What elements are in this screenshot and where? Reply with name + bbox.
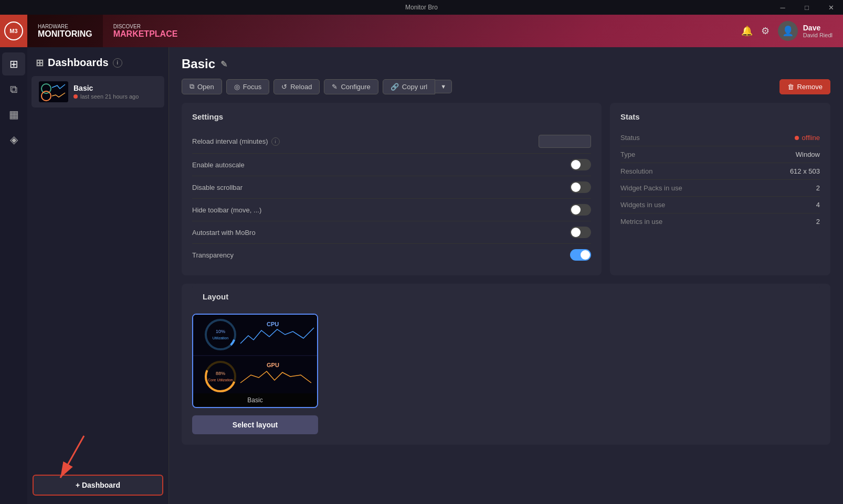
- stat-metrics: Metrics in use 2: [620, 213, 820, 230]
- notification-icon[interactable]: 🔔: [741, 25, 753, 37]
- scrollbar-toggle[interactable]: [570, 181, 591, 193]
- svg-text:10%: 10%: [216, 329, 225, 334]
- stat-resolution: Resolution 612 x 503: [620, 163, 820, 180]
- maximize-button[interactable]: □: [795, 0, 819, 15]
- hide-toolbar-toggle[interactable]: [570, 204, 591, 216]
- app-logo: M3: [0, 15, 27, 47]
- svg-text:88%: 88%: [216, 371, 225, 376]
- svg-text:Utilization: Utilization: [213, 336, 228, 340]
- add-dashboard-button[interactable]: + Dashboard: [33, 475, 163, 496]
- stat-metrics-value: 2: [816, 218, 820, 226]
- grid-icon: ⊞: [9, 58, 18, 70]
- offline-dot: [795, 136, 799, 140]
- reload-button[interactable]: ↺ Reload: [273, 79, 320, 94]
- layout-preview-card[interactable]: CPU 10% Utilization: [192, 314, 318, 408]
- copy-url-label: Copy url: [402, 83, 427, 91]
- svg-text:GPU: GPU: [267, 362, 279, 368]
- autostart-toggle[interactable]: [570, 227, 591, 238]
- nav-monitoring[interactable]: Hardware MONITORING: [27, 15, 103, 47]
- layout-preview-column: CPU 10% Utilization: [192, 314, 318, 434]
- copy-url-group: 🔗 Copy url ▼: [383, 79, 452, 94]
- configure-label: Configure: [341, 83, 370, 91]
- layout-preview: CPU 10% Utilization: [192, 308, 820, 434]
- focus-icon: ◎: [234, 83, 240, 91]
- dashboard-status: last seen 21 hours ago: [73, 93, 139, 100]
- reload-icon: ↺: [281, 83, 287, 91]
- stat-widget-packs: Widget Packs in use 2: [620, 180, 820, 197]
- sidebar: ⊞ ⧉ ▦ ◈: [0, 47, 27, 504]
- widgets-icon: ▦: [9, 108, 19, 121]
- setting-info-icon[interactable]: i: [271, 137, 280, 146]
- preview-label: Basic: [193, 393, 317, 407]
- nav-marketplace[interactable]: Discover MARKETPLACE: [103, 15, 188, 47]
- settings-title: Settings: [192, 112, 591, 121]
- select-layout-button[interactable]: Select layout: [192, 415, 318, 434]
- focus-label: Focus: [243, 83, 261, 91]
- stats-panel: Stats Status offline Type Window Resolut…: [610, 103, 830, 275]
- minimize-button[interactable]: ─: [771, 0, 795, 15]
- stat-widgets-label: Widgets in use: [620, 201, 665, 209]
- stat-resolution-label: Resolution: [620, 167, 652, 175]
- panel-title: Dashboards: [48, 57, 109, 69]
- configure-button[interactable]: ✎ Configure: [324, 79, 378, 94]
- dashboard-info: Basic last seen 21 hours ago: [73, 84, 139, 100]
- configure-icon: ✎: [332, 83, 338, 91]
- user-info[interactable]: 👤 Dave David Riedl: [778, 21, 833, 41]
- copy-url-button[interactable]: 🔗 Copy url: [383, 79, 435, 94]
- autostart-label: Autostart with MoBro: [192, 229, 256, 237]
- layout-title: Layout: [192, 284, 820, 301]
- preview-image: CPU 10% Utilization: [193, 315, 317, 393]
- hide-toolbar-label: Hide toolbar (move, ...): [192, 206, 261, 214]
- autoscale-toggle[interactable]: [570, 159, 591, 170]
- stat-metrics-label: Metrics in use: [620, 218, 662, 226]
- dashboard-list-item[interactable]: Basic last seen 21 hours ago: [31, 76, 164, 108]
- edit-icon[interactable]: ✎: [220, 59, 227, 69]
- left-panel: ⊞ Dashboards i Basic last seen 21 hours …: [27, 47, 169, 504]
- user-display-name: Dave: [803, 24, 833, 32]
- content-panels: Settings Reload interval (minutes) i Ena…: [169, 103, 843, 284]
- sidebar-item-widgets[interactable]: ▦: [2, 103, 25, 126]
- reload-label: Reload: [290, 83, 312, 91]
- setting-transparency: Transparency: [192, 244, 591, 266]
- focus-button[interactable]: ◎ Focus: [226, 79, 269, 94]
- app-header: M3 Hardware MONITORING Discover MARKETPL…: [0, 15, 843, 47]
- stat-widget-packs-label: Widget Packs in use: [620, 184, 682, 192]
- remove-button[interactable]: 🗑 Remove: [779, 79, 830, 94]
- panel-header: ⊞ Dashboards i: [27, 47, 168, 76]
- avatar: 👤: [778, 21, 798, 41]
- status-dot: [73, 94, 78, 99]
- open-label: Open: [197, 83, 214, 91]
- settings-panel: Settings Reload interval (minutes) i Ena…: [182, 103, 602, 275]
- window-title: Monitor Bro: [405, 4, 438, 11]
- close-button[interactable]: ✕: [819, 0, 843, 15]
- svg-text:CPU: CPU: [267, 321, 279, 327]
- user-name-block: Dave David Riedl: [803, 24, 833, 38]
- select-layout-label: Select layout: [233, 421, 278, 429]
- sidebar-item-layers[interactable]: ⧉: [2, 78, 25, 101]
- autoscale-label: Enable autoscale: [192, 161, 245, 169]
- add-dashboard-label: + Dashboard: [76, 481, 120, 489]
- reload-interval-input[interactable]: [539, 135, 591, 148]
- svg-text:Core Utilization: Core Utilization: [208, 378, 233, 382]
- open-button[interactable]: ⧉ Open: [182, 79, 222, 94]
- nav-marketplace-text: Discover MARKETPLACE: [113, 24, 178, 39]
- title-bar: Monitor Bro ─ □ ✕: [0, 0, 843, 15]
- page-title: Basic: [182, 57, 215, 71]
- setting-autostart: Autostart with MoBro: [192, 221, 591, 244]
- stat-widgets: Widgets in use 4: [620, 197, 820, 213]
- transparency-toggle[interactable]: [570, 249, 591, 261]
- remove-icon: 🗑: [787, 83, 794, 91]
- sidebar-item-dashboards[interactable]: ⊞: [2, 52, 25, 76]
- sidebar-item-extra[interactable]: ◈: [2, 128, 25, 151]
- logo-inner: M3: [4, 22, 23, 40]
- nav-monitoring-text: Hardware MONITORING: [38, 24, 92, 39]
- layout-wrapper: Layout CPU 10%: [182, 284, 830, 445]
- preview-svg: CPU 10% Utilization: [193, 315, 317, 393]
- transparency-label: Transparency: [192, 251, 234, 259]
- header-right: 🔔 ⚙ 👤 Dave David Riedl: [741, 21, 843, 41]
- copy-url-dropdown[interactable]: ▼: [435, 80, 452, 93]
- settings-icon[interactable]: ⚙: [761, 25, 770, 37]
- setting-scrollbar: Disable scrollbar: [192, 176, 591, 199]
- panel-info-icon[interactable]: i: [113, 58, 122, 68]
- dashboards-icon: ⊞: [36, 57, 44, 69]
